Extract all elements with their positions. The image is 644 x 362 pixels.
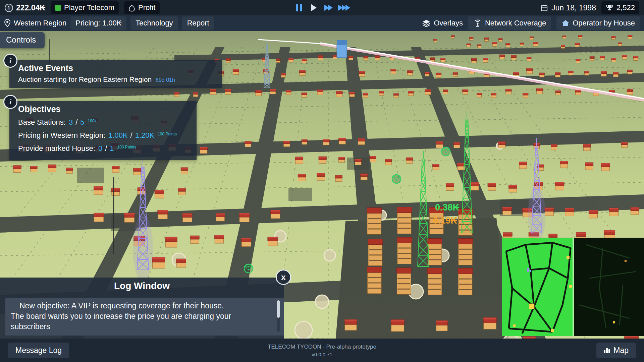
profit-button[interactable]: Profit [124,1,160,14]
profit-icon [128,4,135,12]
technology-button[interactable]: Technology [130,16,178,30]
objective-separator: / [75,118,77,126]
objective-reward: 100 Points [158,132,177,136]
minimap-dark-area [574,238,644,336]
price-label-green: 0.38₭ [435,202,460,213]
active-events-panel: Active Events Auction starting for Regio… [9,60,222,88]
fastest-forward-button[interactable] [338,2,350,13]
top-bar: 1 222.04₭ Player Telecom Profit [0,0,644,15]
objective-current: 0 [98,144,102,153]
location-pin-icon [4,19,11,27]
company-button[interactable]: Player Telecom [51,1,119,14]
objective-current: 1.00₭ [108,131,128,139]
company-name: Player Telecom [64,3,114,12]
coverage-badge [441,147,450,156]
event-time: 69d 01h [156,77,175,83]
objective-row: Pricing in Western Region:1.00₭/1.20₭100… [18,129,192,142]
money-icon: 1 [5,4,13,12]
minimap[interactable] [502,238,644,336]
message-log-label: Message Log [15,346,62,355]
objective-target: 1 [110,144,114,153]
log-close-button[interactable]: x [276,269,291,285]
pricing-button[interactable]: Pricing: 1.00₭ [70,16,126,30]
fast-forward-button[interactable] [323,2,333,13]
footer-text: TELECOM TYCOON - Pre-alpha prototype v0.… [268,344,376,357]
objective-label: Base Stations: [18,118,66,126]
money-value: 222.04₭ [16,3,45,12]
app-version: v0.0.0.71 [268,352,376,357]
coverage-badge [392,175,401,183]
objectives-panel: Objectives Base Stations:3/5100k Pricing… [9,101,197,160]
overlays-label: Overlays [434,19,463,27]
log-content: New objective: A VIP is requesting cover… [5,298,284,336]
score-display: 2,522 [601,1,639,14]
objective-row: Provide marked House:0/1100 Points [18,142,192,156]
score-value: 2,522 [616,3,635,12]
info-icon[interactable]: i [3,95,17,109]
profit-label: Profit [138,3,155,12]
objective-label: Pricing in Western Region: [18,131,105,139]
date-value: Jun 18, 1998 [551,3,596,12]
log-window-title: Log Window [0,278,284,291]
price-label-orange: 0.19₭ [433,216,458,226]
date-display: Jun 18, 1998 [540,3,596,12]
log-window: Log Window New objective: A VIP is reque… [0,278,284,339]
toolbar: Western Region Pricing: 1.00₭ Technology… [0,15,644,31]
map-button[interactable]: Map [596,343,636,358]
event-text: Auction starting for Region Eastern Regi… [18,75,152,83]
objective-target: 5 [80,118,84,126]
report-button[interactable]: Report [182,16,214,30]
minimap-dark-marker [625,260,627,262]
active-events-title: Active Events [18,63,217,73]
company-color-icon [55,5,61,11]
layers-icon [422,19,431,27]
map-label: Map [613,346,629,355]
play-button[interactable] [309,2,319,13]
network-coverage-button[interactable]: Network Coverage [468,16,551,30]
objective-current: 3 [69,118,73,126]
network-coverage-label: Network Coverage [485,19,546,27]
minimap-dark-marker [613,321,615,323]
message-log-button[interactable]: Message Log [8,343,69,358]
log-line: New objective: A VIP is requesting cover… [11,301,269,311]
region-name: Western Region [14,19,66,27]
objectives-title: Objectives [18,104,192,114]
app-title: TELECOM TYCOON - Pre-alpha prototype [268,344,376,350]
coverage-badge [244,264,253,273]
log-scrollbar[interactable] [277,300,280,332]
money-display: 1 222.04₭ [5,3,45,12]
overlays-button[interactable]: Overlays [422,19,463,27]
region-selector[interactable]: Western Region [4,19,66,27]
antenna-icon [473,19,482,27]
calendar-icon [540,4,548,12]
pricing-label: Pricing: 1.00₭ [75,19,121,27]
report-label: Report [187,19,209,27]
minimap-covered-area [502,238,574,336]
objective-reward: 100k [88,119,97,123]
trophy-icon [606,4,613,12]
objective-reward: 100 Points [117,145,137,149]
scroll-thumb[interactable] [277,300,280,318]
controls-button[interactable]: Controls [0,32,45,48]
log-line: The board wants you to increase the pric… [11,311,269,332]
event-row[interactable]: Auction starting for Region Eastern Regi… [18,75,217,83]
technology-label: Technology [136,19,173,27]
map-icon [604,347,610,353]
objective-target: 1.20₭ [135,131,155,139]
objective-separator: / [105,144,107,153]
pause-button[interactable] [294,2,304,13]
objective-row: Base Stations:3/5100k [18,116,192,129]
game-screen: 0.38₭ 0.19₭ 1 222.04₭ Player Telecom Pro… [0,0,644,362]
bottom-bar: Message Log TELECOM TYCOON - Pre-alpha p… [0,339,644,362]
minimap-divider [573,238,574,336]
objective-label: Provide marked House: [18,144,95,153]
operator-by-house-label: Operator by House [573,19,635,27]
objective-separator: / [130,131,132,139]
house-icon [561,19,570,27]
operator-by-house-button[interactable]: Operator by House [556,16,640,30]
info-icon[interactable]: i [3,54,17,68]
playback-controls [294,0,350,15]
